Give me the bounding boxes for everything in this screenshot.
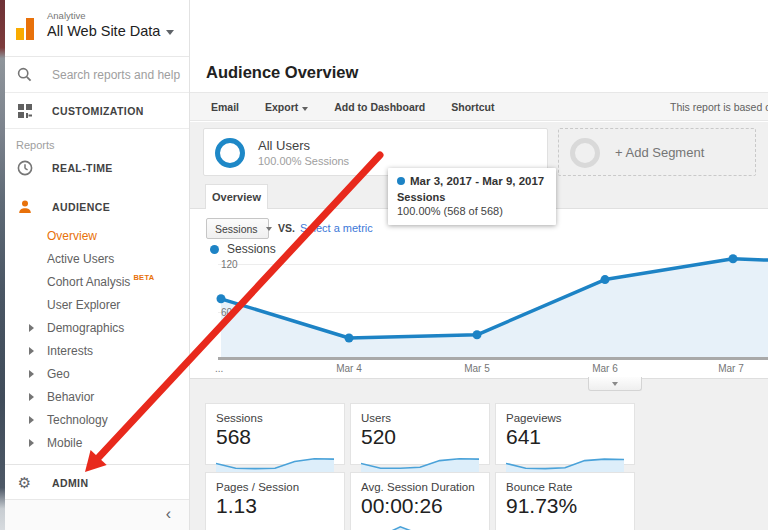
audience-person-icon <box>16 199 33 215</box>
sidebar-item-cohort-analysis[interactable]: Cohort AnalysisBETA <box>5 270 189 293</box>
tooltip-series-dot-icon <box>397 177 405 185</box>
data-point[interactable] <box>601 275 610 284</box>
data-point[interactable] <box>217 294 226 303</box>
chart-expand-tab[interactable] <box>588 377 642 391</box>
analytics-logo-icon <box>16 14 38 40</box>
sidebar-item-label: Geo <box>47 367 70 381</box>
collapse-sidebar-icon[interactable]: ‹ <box>166 505 171 523</box>
tooltip-value: 100.00% (568 of 568) <box>397 205 547 217</box>
reports-section-label: Reports <box>5 129 189 153</box>
sidebar-item-label: Mobile <box>47 436 82 450</box>
sidebar-item-behavior[interactable]: Behavior <box>5 385 189 408</box>
email-button[interactable]: Email <box>211 101 239 113</box>
x-axis-bar <box>218 357 768 360</box>
sidebar-item-active-users[interactable]: Active Users <box>5 247 189 270</box>
metric-label: Users <box>361 412 479 424</box>
metric-card-avg-session-duration[interactable]: Avg. Session Duration00:00:26 <box>350 472 490 530</box>
metric-value: 00:00:26 <box>361 494 479 518</box>
chevron-down-icon <box>302 107 308 111</box>
metric-sparkline <box>361 451 479 473</box>
sidebar-item-overview[interactable]: Overview <box>5 224 189 247</box>
beta-badge: BETA <box>133 273 154 282</box>
export-button[interactable]: Export <box>265 101 308 113</box>
expand-arrow-icon[interactable] <box>29 370 34 378</box>
search-bar[interactable]: Search reports and help <box>5 57 189 93</box>
segment-name: All Users <box>258 138 310 153</box>
metric-value: 520 <box>361 425 479 449</box>
y-axis-tick-60: 60 <box>221 307 232 318</box>
sidebar-item-label: Technology <box>47 413 108 427</box>
metric-label: Pageviews <box>506 412 624 424</box>
sidebar-item-label: Active Users <box>47 252 114 266</box>
sidebar-item-label: Cohort Analysis <box>47 275 130 289</box>
sidebar-item-label: Overview <box>47 229 97 243</box>
sidebar-item-user-explorer[interactable]: User Explorer <box>5 293 189 316</box>
clock-icon <box>16 160 33 176</box>
add-segment-button[interactable]: + Add Segment <box>558 128 756 176</box>
sidebar-item-mobile[interactable]: Mobile <box>5 431 189 454</box>
metric-label: Pages / Session <box>216 481 334 493</box>
sidebar: Analytive All Web Site Data Search repor… <box>5 0 190 530</box>
metric-card-pages-per-session[interactable]: Pages / Session1.13 <box>205 472 345 530</box>
search-placeholder: Search reports and help <box>52 68 180 82</box>
add-segment-donut-icon <box>570 138 600 168</box>
metric-card-users[interactable]: Users520 <box>350 403 490 465</box>
tab-overview[interactable]: Overview <box>205 184 268 209</box>
segment-detail: 100.00% Sessions <box>258 155 349 167</box>
expand-arrow-icon[interactable] <box>29 347 34 355</box>
sidebar-item-real-time[interactable]: REAL-TIME <box>5 155 189 181</box>
sessions-line-chart[interactable] <box>190 209 768 380</box>
customization-icon <box>16 104 33 118</box>
metric-sparkline <box>361 520 479 530</box>
metric-sparkline <box>216 451 334 473</box>
chevron-down-icon <box>612 382 618 386</box>
sidebar-footer: ‹ <box>5 499 189 530</box>
page-title: Audience Overview <box>206 63 358 82</box>
expand-arrow-icon[interactable] <box>29 439 34 447</box>
sidebar-item-audience[interactable]: AUDIENCE <box>5 194 189 220</box>
metric-sparkline <box>506 451 624 473</box>
segment-donut-icon <box>215 138 245 168</box>
metric-card-sessions[interactable]: Sessions568 <box>205 403 345 465</box>
expand-arrow-icon[interactable] <box>29 393 34 401</box>
tooltip-metric: Sessions <box>397 191 547 203</box>
metric-card-pageviews[interactable]: Pageviews641 <box>495 403 635 465</box>
sidebar-item-geo[interactable]: Geo <box>5 362 189 385</box>
sidebar-item-label: Demographics <box>47 321 124 335</box>
property-selector[interactable]: All Web Site Data <box>47 23 174 39</box>
metric-value: 641 <box>506 425 624 449</box>
sidebar-item-label: Interests <box>47 344 93 358</box>
main-area: Audience Overview Email Export Add to Da… <box>190 0 768 530</box>
metric-sparkline <box>506 520 624 530</box>
sidebar-item-technology[interactable]: Technology <box>5 408 189 431</box>
report-content: All Users 100.00% Sessions + Add Segment… <box>190 122 768 530</box>
metric-label: Avg. Session Duration <box>361 481 479 493</box>
action-toolbar: Email Export Add to Dashboard Shortcut T… <box>190 92 768 121</box>
add-to-dashboard-button[interactable]: Add to Dashboard <box>334 101 425 113</box>
report-basis-notice: This report is based o <box>670 101 768 113</box>
search-icon <box>16 67 33 82</box>
sidebar-item-label: Behavior <box>47 390 94 404</box>
chevron-down-icon <box>166 30 174 35</box>
metric-value: 91.73% <box>506 494 624 518</box>
gear-icon: ⚙ <box>16 474 33 492</box>
shortcut-button[interactable]: Shortcut <box>451 101 494 113</box>
expand-arrow-icon[interactable] <box>29 416 34 424</box>
sidebar-item-interests[interactable]: Interests <box>5 339 189 362</box>
x-axis-labels: ... Mar 4 Mar 5 Mar 6 Mar 7 <box>190 363 768 377</box>
sidebar-item-demographics[interactable]: Demographics <box>5 316 189 339</box>
metric-label: Sessions <box>216 412 334 424</box>
data-point[interactable] <box>729 254 738 263</box>
chart-panel: Sessions VS. Select a metric Sessions 12… <box>190 208 768 379</box>
chart-tooltip: Mar 3, 2017 - Mar 9, 2017 Sessions 100.0… <box>388 168 556 225</box>
expand-arrow-icon[interactable] <box>29 324 34 332</box>
account-header[interactable]: Analytive All Web Site Data <box>5 0 189 57</box>
data-point[interactable] <box>345 334 354 343</box>
tooltip-date-range: Mar 3, 2017 - Mar 9, 2017 <box>410 175 544 187</box>
metric-card-bounce-rate[interactable]: Bounce Rate91.73% <box>495 472 635 530</box>
sidebar-item-customization[interactable]: CUSTOMIZATION <box>5 93 189 129</box>
data-point[interactable] <box>473 330 482 339</box>
sidebar-item-admin[interactable]: ⚙ ADMIN <box>5 464 189 501</box>
audience-subnav: OverviewActive UsersCohort AnalysisBETAU… <box>5 224 189 454</box>
metric-value: 568 <box>216 425 334 449</box>
